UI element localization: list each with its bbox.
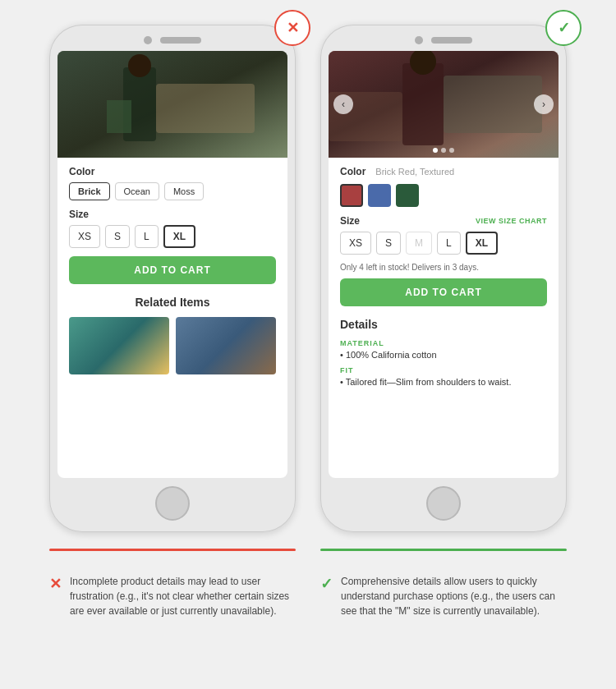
carousel-prev-button[interactable]: ‹ [333,94,353,114]
right-fit-label: FIT [340,366,547,374]
carousel-next-button[interactable]: › [534,94,554,114]
left-related-items: Related Items [69,296,276,374]
right-size-btn-l[interactable]: L [437,232,461,255]
svg-rect-4 [107,100,131,133]
carousel-dots [433,148,454,153]
right-phone-top-bar [329,36,559,44]
left-product-image [57,51,287,158]
right-size-btn-m[interactable]: M [406,232,432,255]
color-btn-ocean[interactable]: Ocean [115,182,159,200]
svg-rect-9 [444,76,542,133]
color-btn-moss[interactable]: Moss [164,182,204,200]
left-phone-camera [144,36,152,44]
right-size-btn-s[interactable]: S [376,232,401,255]
right-stock-notice: Only 4 left in stock! Delivers in 3 days… [340,263,547,272]
left-add-to-cart-button[interactable]: ADD TO CART [69,256,276,284]
right-caption-text: Comprehensive details allow users to qui… [341,574,567,618]
left-size-buttons: XS S L XL [69,225,276,248]
view-size-chart-link[interactable]: VIEW SIZE CHART [476,217,547,225]
left-phone-screen: Color Brick Ocean Moss Size XS S L XL A [57,51,287,478]
left-home-button[interactable] [155,486,190,521]
swatch-brick[interactable] [340,184,363,207]
right-color-swatches [340,184,547,207]
right-fit-value: • Tailored fit—Slim from shoulders to wa… [340,377,547,387]
right-phone-screen: ‹ › Color Brick Red, Textured [329,51,559,478]
right-caption-icon: ✓ [320,575,333,593]
right-divider-line [320,549,567,551]
left-caption-block: ✕ Incomplete product details may lead to… [49,574,296,618]
left-phone: Color Brick Ocean Moss Size XS S L XL A [49,25,296,532]
left-phone-bottom-bar [57,486,287,521]
left-caption-text: Incomplete product details may lead to u… [70,574,296,618]
left-size-label: Size [69,209,276,220]
divider-lines-row [16,549,600,563]
carousel-dot-3[interactable] [449,148,454,153]
related-img-2[interactable] [176,317,276,374]
right-product-image: ‹ › [329,51,559,158]
right-material-label: MATERIAL [340,339,547,347]
right-phone-bottom-bar [329,486,559,521]
size-btn-l[interactable]: L [135,225,159,248]
right-color-row: Color Brick Red, Textured [340,166,547,177]
carousel-dot-1[interactable] [433,148,438,153]
captions-row: ✕ Incomplete product details may lead to… [41,574,575,618]
right-color-value: Brick Red, Textured [375,167,454,177]
svg-rect-3 [156,84,255,133]
left-screen-body: Color Brick Ocean Moss Size XS S L XL A [57,158,287,383]
left-related-images [69,317,276,374]
right-material-value: • 100% California cotton [340,350,547,360]
size-btn-xl[interactable]: XL [163,225,195,248]
bad-badge: ✕ [274,10,310,46]
svg-point-2 [128,54,151,77]
related-img-1[interactable] [69,317,169,374]
right-phone-camera [415,36,423,44]
swatch-ocean[interactable] [368,184,391,207]
left-phone-speaker [160,37,201,44]
right-details-title: Details [340,318,547,331]
right-size-buttons: XS S M L XL [340,232,547,255]
right-size-label: Size [340,215,360,227]
left-phone-wrapper: ✕ [49,25,296,532]
left-phone-top-bar [57,36,287,44]
phones-comparison-row: ✕ [49,25,567,532]
right-color-label: Color [340,166,365,177]
right-details-section: Details MATERIAL • 100% California cotto… [340,318,547,387]
right-size-row: Size VIEW SIZE CHART [340,215,547,227]
right-phone: ‹ › Color Brick Red, Textured [320,25,567,532]
left-color-buttons: Brick Ocean Moss [69,182,276,200]
right-phone-wrapper: ✓ [320,25,567,532]
svg-rect-6 [402,63,444,145]
size-btn-s[interactable]: S [105,225,130,248]
right-size-btn-xl[interactable]: XL [466,232,498,255]
size-btn-xs[interactable]: XS [69,225,100,248]
swatch-moss[interactable] [396,184,419,207]
right-size-btn-xs[interactable]: XS [340,232,371,255]
right-add-to-cart-button[interactable]: ADD TO CART [340,278,547,306]
left-color-label: Color [69,166,276,177]
carousel-dot-2[interactable] [441,148,446,153]
color-btn-brick[interactable]: Brick [69,182,110,200]
good-badge: ✓ [545,10,582,46]
left-related-title: Related Items [69,296,276,309]
right-caption-block: ✓ Comprehensive details allow users to q… [320,574,567,618]
right-home-button[interactable] [426,486,461,521]
right-phone-speaker [431,37,472,44]
left-divider-line [49,549,296,551]
left-caption-icon: ✕ [49,575,62,593]
right-screen-body: Color Brick Red, Textured Size VIEW SIZE… [329,158,559,402]
